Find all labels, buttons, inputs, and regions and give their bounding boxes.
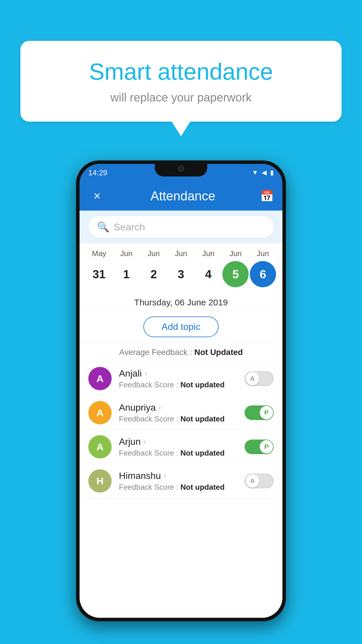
chevron-icon-anjali: › — [145, 369, 147, 377]
phone-camera — [178, 165, 184, 172]
phone-screen: 14:29 ▼ ◀ ▮ × Attendance 📅 🔍 Search — [80, 164, 282, 618]
month-3: Jun — [168, 249, 194, 258]
signal-icon: ◀ — [262, 169, 267, 176]
status-icons: ▼ ◀ ▮ — [252, 169, 274, 176]
toggle-thumb-arjun: P — [260, 440, 273, 454]
toggle-switch-anupriya[interactable]: P — [245, 405, 274, 420]
student-info-anjali: Anjali › Feedback Score : Not updated — [119, 368, 245, 389]
avatar-anjali: A — [88, 367, 112, 390]
chevron-icon-arjun: › — [144, 438, 146, 446]
month-4: Jun — [195, 249, 222, 258]
day-3[interactable]: 3 — [168, 261, 194, 287]
month-0: May — [86, 249, 112, 258]
student-name-himanshu[interactable]: Himanshu › — [119, 470, 245, 481]
toggle-anjali[interactable]: A — [245, 371, 274, 386]
student-score-himanshu: Feedback Score : Not updated — [119, 483, 245, 492]
selected-date-label: Thursday, 06 June 2019 — [80, 293, 282, 311]
add-topic-button[interactable]: Add topic — [143, 316, 218, 337]
month-row: May Jun Jun Jun Jun Jun Jun — [85, 249, 277, 258]
day-1[interactable]: 1 — [113, 261, 140, 287]
avg-feedback: Average Feedback : Not Updated — [80, 343, 282, 362]
student-score-anjali: Feedback Score : Not updated — [119, 380, 245, 389]
day-31[interactable]: 31 — [86, 261, 112, 287]
app-bar: × Attendance 📅 — [80, 181, 282, 211]
avatar-arjun: A — [88, 435, 112, 459]
day-6[interactable]: 6 — [250, 261, 276, 287]
avg-feedback-label: Average Feedback : — [119, 348, 192, 357]
month-2: Jun — [140, 249, 167, 258]
student-name-arjun[interactable]: Arjun › — [119, 436, 245, 447]
day-4[interactable]: 4 — [195, 261, 222, 287]
toggle-thumb-anjali: A — [246, 372, 259, 385]
speech-bubble: Smart attendance will replace your paper… — [20, 41, 342, 122]
bubble-subtitle: will replace your paperwork — [44, 91, 318, 104]
status-time: 14:29 — [88, 168, 107, 177]
search-bar[interactable]: 🔍 Search — [88, 216, 274, 238]
toggle-switch-arjun[interactable]: P — [245, 440, 274, 454]
student-info-anupriya: Anupriya › Feedback Score : Not updated — [119, 402, 245, 424]
wifi-icon: ▼ — [252, 169, 258, 176]
avatar-anupriya: A — [88, 401, 112, 424]
toggle-switch-anjali[interactable]: A — [245, 371, 274, 386]
student-item-anupriya: A Anupriya › Feedback Score : Not update… — [80, 396, 282, 430]
speech-bubble-area: Smart attendance will replace your paper… — [20, 41, 342, 122]
student-score-anupriya: Feedback Score : Not updated — [119, 414, 245, 424]
phone-frame: 14:29 ▼ ◀ ▮ × Attendance 📅 🔍 Search — [76, 160, 286, 621]
search-placeholder: Search — [114, 221, 145, 233]
search-icon: 🔍 — [97, 221, 109, 233]
month-1: Jun — [113, 249, 140, 258]
toggle-thumb-anupriya: P — [260, 406, 273, 419]
add-topic-container: Add topic — [80, 311, 282, 343]
chevron-icon-anupriya: › — [159, 403, 161, 412]
avatar-himanshu: H — [88, 469, 112, 493]
day-2[interactable]: 2 — [140, 261, 167, 287]
day-5[interactable]: 5 — [222, 261, 249, 287]
date-picker: May Jun Jun Jun Jun Jun Jun 31 1 2 3 4 5… — [80, 243, 282, 293]
month-5: Jun — [222, 249, 249, 258]
toggle-thumb-himanshu: A — [246, 474, 259, 488]
toggle-switch-himanshu[interactable]: A — [245, 474, 274, 488]
bubble-title: Smart attendance — [44, 58, 318, 85]
student-item-himanshu: H Himanshu › Feedback Score : Not update… — [80, 464, 282, 498]
month-6: Jun — [250, 249, 276, 258]
student-info-himanshu: Himanshu › Feedback Score : Not updated — [119, 470, 245, 492]
student-name-anjali[interactable]: Anjali › — [119, 368, 245, 379]
toggle-anupriya[interactable]: P — [245, 405, 274, 420]
day-row: 31 1 2 3 4 5 6 — [85, 261, 277, 287]
close-button[interactable]: × — [88, 189, 106, 203]
app-bar-title: Attendance — [106, 189, 260, 203]
search-container: 🔍 Search — [80, 211, 282, 243]
chevron-icon-himanshu: › — [164, 472, 166, 480]
avg-feedback-value: Not Updated — [194, 348, 243, 357]
student-info-arjun: Arjun › Feedback Score : Not updated — [119, 436, 245, 458]
student-score-arjun: Feedback Score : Not updated — [119, 449, 245, 458]
battery-icon: ▮ — [270, 169, 274, 176]
phone-notch — [155, 160, 207, 176]
toggle-arjun[interactable]: P — [245, 440, 274, 454]
toggle-himanshu[interactable]: A — [245, 474, 274, 488]
content-area: Thursday, 06 June 2019 Add topic Average… — [80, 293, 282, 618]
calendar-button[interactable]: 📅 — [260, 190, 274, 202]
student-item-anjali: A Anjali › Feedback Score : Not updated — [80, 362, 282, 396]
student-item-arjun: A Arjun › Feedback Score : Not updated — [80, 430, 282, 464]
student-name-anupriya[interactable]: Anupriya › — [119, 402, 245, 413]
